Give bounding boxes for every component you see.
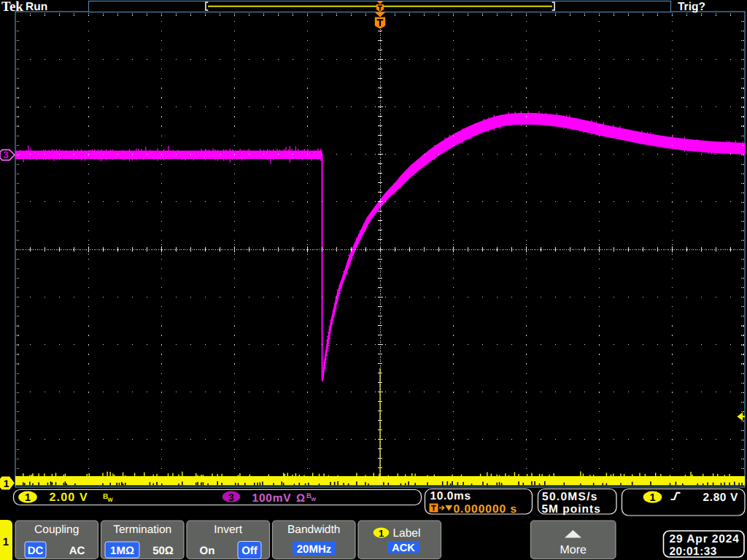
svg-text:More: More <box>560 544 587 556</box>
svg-text:1: 1 <box>3 536 9 548</box>
svg-text:5M points: 5M points <box>542 503 601 516</box>
svg-text:ACK: ACK <box>392 542 415 554</box>
svg-text:Tek: Tek <box>1 0 23 15</box>
svg-text:2.80 V: 2.80 V <box>703 491 738 504</box>
svg-text:W: W <box>311 497 317 502</box>
svg-text:Bandwidth: Bandwidth <box>287 524 340 536</box>
svg-text:1: 1 <box>25 492 31 504</box>
svg-text:Off: Off <box>241 545 258 557</box>
svg-text:W: W <box>108 497 114 503</box>
svg-text:3: 3 <box>228 491 234 503</box>
svg-text:50.0MS/s: 50.0MS/s <box>542 491 598 503</box>
svg-text:Coupling: Coupling <box>34 524 79 536</box>
svg-text:Invert: Invert <box>214 524 242 536</box>
svg-text:10.0ms: 10.0ms <box>430 490 471 502</box>
svg-text:On: On <box>200 545 215 557</box>
svg-text:DC: DC <box>28 545 44 557</box>
svg-text:Trig?: Trig? <box>678 1 705 13</box>
svg-text:3: 3 <box>3 149 9 160</box>
svg-text:29 Apr 2024: 29 Apr 2024 <box>670 533 740 545</box>
svg-text:Termination: Termination <box>113 524 171 536</box>
svg-text:1: 1 <box>4 478 9 489</box>
svg-text:2.00 V: 2.00 V <box>50 491 88 504</box>
svg-text:Label: Label <box>393 527 421 540</box>
svg-text:1: 1 <box>649 492 655 504</box>
svg-text:20:01:33: 20:01:33 <box>670 545 717 558</box>
svg-text:1MΩ: 1MΩ <box>110 545 134 557</box>
svg-text:100mV: 100mV <box>252 492 292 505</box>
svg-text:Run: Run <box>26 1 47 13</box>
svg-text:AC: AC <box>69 545 85 557</box>
svg-text:0.000000 s: 0.000000 s <box>454 503 518 516</box>
svg-text:20MHz: 20MHz <box>297 543 332 556</box>
svg-text:Ω: Ω <box>296 492 305 505</box>
svg-text:50Ω: 50Ω <box>152 545 174 557</box>
svg-text:1: 1 <box>379 528 384 539</box>
